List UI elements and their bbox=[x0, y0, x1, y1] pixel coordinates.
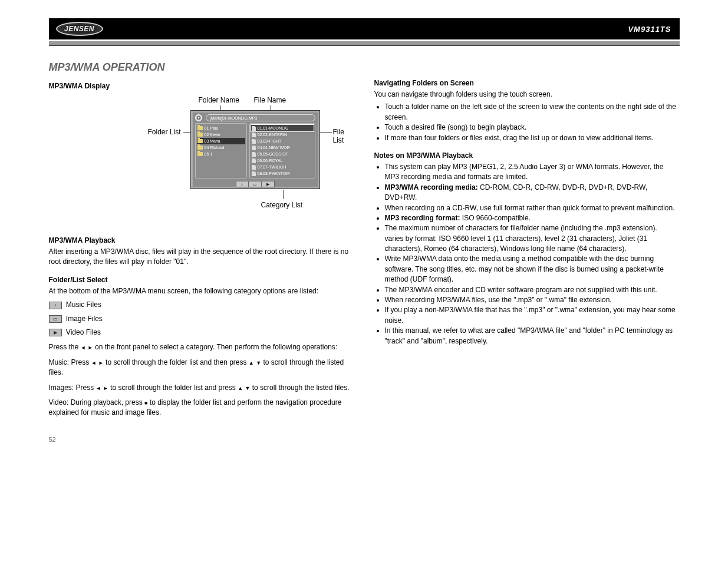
folder-row: 04 Richard bbox=[197, 144, 245, 151]
label-file-list: File List bbox=[333, 128, 355, 144]
subhead-playback: MP3/WMA Playback bbox=[49, 236, 351, 244]
file-label: 02.02-ENTERIN bbox=[258, 133, 288, 137]
file-row: 06.06-ROYAL bbox=[251, 157, 314, 164]
file-row: 05.05-GODS OF bbox=[251, 151, 314, 157]
text-fragment: on the front panel to select a category.… bbox=[95, 343, 337, 351]
file-row-selected: 01.01-MOONLIG bbox=[251, 125, 314, 131]
file-label: 05.05-GODS OF bbox=[258, 152, 288, 156]
text-fragment: Press the bbox=[49, 343, 81, 351]
category-music-row: ♪ Music Files bbox=[49, 300, 351, 310]
stop-icon: ■ bbox=[144, 399, 147, 407]
folder-pane: 01 Paul 02 Kevin 03 Maria 04 Richard 05 … bbox=[195, 123, 247, 178]
brand-logo: JENSEN bbox=[56, 22, 103, 36]
file-icon bbox=[252, 165, 256, 170]
file-label: 04.04-NEW WOR bbox=[258, 146, 290, 150]
file-label: 03.03-FIGHT bbox=[258, 139, 282, 143]
right-arrow-icon: ► bbox=[98, 359, 104, 367]
left-arrow-icon: ◄ bbox=[81, 344, 86, 352]
model-number: VM9311TS bbox=[628, 25, 671, 34]
label-category-list: Category List bbox=[261, 201, 303, 209]
music-note-icon: ♪ bbox=[49, 302, 62, 309]
subhead-nav-touch: Navigating Folders on Screen bbox=[374, 79, 677, 87]
subhead-notes: Notes on MP3/WMA Playback bbox=[374, 151, 677, 160]
file-label: 01.01-MOONLIG bbox=[258, 126, 289, 130]
folder-label: 04 Richard bbox=[205, 146, 225, 150]
left-arrow-icon: ◄ bbox=[91, 359, 97, 367]
screen-path: [Maria]01-MOONLIG.MP3 bbox=[206, 114, 315, 121]
music-note-icon: ♪ bbox=[236, 181, 249, 187]
list-item: When recording on a CD-RW, use full form… bbox=[385, 203, 677, 213]
file-icon bbox=[252, 139, 256, 144]
file-row: 02.02-ENTERIN bbox=[251, 131, 314, 138]
label-folder-name: Folder Name bbox=[199, 96, 239, 104]
list-item-value: ISO 9660-compatible. bbox=[462, 214, 531, 222]
paragraph-video-nav: Video: During playback, press ■ to displ… bbox=[49, 398, 351, 418]
paragraph-music-nav: Music: Press ◄ ► to scroll through the f… bbox=[49, 358, 351, 378]
file-icon bbox=[252, 152, 256, 157]
play-icon: ▶ bbox=[262, 181, 275, 187]
file-icon bbox=[252, 126, 256, 131]
file-icon bbox=[252, 171, 256, 176]
file-label: 07.07-TWILIGH bbox=[258, 165, 286, 169]
text-fragment: Video: During playback, press bbox=[49, 398, 145, 406]
category-music-label: Music Files bbox=[66, 300, 101, 309]
list-item: The MP3/WMA encoder and CD writer softwa… bbox=[385, 285, 677, 295]
file-icon bbox=[252, 158, 256, 163]
list-item: MP3/WMA recording media: CD-ROM, CD-R, C… bbox=[385, 183, 677, 203]
header-rule bbox=[49, 41, 680, 46]
file-label: 08.08-PHANTOM bbox=[258, 171, 290, 176]
right-arrow-icon: ► bbox=[88, 344, 93, 352]
folder-label: 02 Kevin bbox=[205, 133, 220, 137]
folder-label: 03 Maria bbox=[205, 139, 220, 143]
paragraph-lr: Press the ◄ ► on the front panel to sele… bbox=[49, 342, 351, 352]
category-images-label: Image Files bbox=[66, 315, 103, 323]
label-folder-list: Folder List bbox=[142, 128, 181, 136]
folder-row: 01 Paul bbox=[197, 125, 245, 131]
disc-icon bbox=[195, 114, 202, 121]
list-item: In this manual, we refer to what are cal… bbox=[385, 326, 677, 346]
paragraph-touch: You can navigate through folders using t… bbox=[374, 90, 677, 100]
list-item: MP3 recording format: ISO 9660-compatibl… bbox=[385, 213, 677, 223]
category-video-row: ▶ Video Files bbox=[49, 328, 351, 338]
paragraph-list-intro: At the bottom of the MP3/WMA menu screen… bbox=[49, 286, 351, 296]
list-item: When recording MP3/WMA files, use the ".… bbox=[385, 295, 677, 305]
folder-icon bbox=[197, 133, 203, 137]
file-row: 03.03-FIGHT bbox=[251, 138, 314, 144]
subhead-display: MP3/WMA Display bbox=[49, 82, 351, 90]
header-bar: JENSEN VM9311TS bbox=[49, 18, 680, 39]
text-fragment: Music: Press bbox=[49, 358, 91, 366]
paragraph-playback: After inserting a MP3/WMA disc, files wi… bbox=[49, 247, 351, 267]
leader-line bbox=[320, 133, 332, 133]
down-arrow-icon: ▼ bbox=[245, 385, 250, 392]
up-arrow-icon: ▲ bbox=[249, 359, 254, 367]
file-row: 07.07-TWILIGH bbox=[251, 164, 314, 170]
up-arrow-icon: ▲ bbox=[238, 385, 243, 392]
folder-label: 01 Paul bbox=[205, 126, 219, 130]
file-icon bbox=[252, 146, 256, 150]
play-icon: ▶ bbox=[49, 329, 62, 336]
category-buttons: ♪ ▭ ▶ bbox=[190, 181, 320, 187]
down-arrow-icon: ▼ bbox=[256, 359, 261, 367]
category-video-label: Video Files bbox=[66, 328, 101, 336]
device-screen: [Maria]01-MOONLIG.MP3 01 Paul 02 Kevin 0… bbox=[190, 110, 320, 189]
list-item: If more than four folders or files exist… bbox=[385, 133, 677, 143]
folder-label: 05 1 bbox=[205, 152, 213, 156]
image-icon: ▭ bbox=[249, 181, 262, 187]
brand-text: JENSEN bbox=[56, 22, 103, 36]
file-icon bbox=[252, 133, 256, 137]
folder-row: 05 1 bbox=[197, 151, 245, 157]
list-item: If you play a non-MP3/WMA file that has … bbox=[385, 305, 677, 326]
subhead-folder-select: Folder/List Select bbox=[49, 276, 351, 284]
left-arrow-icon: ◄ bbox=[96, 385, 101, 392]
leader-line bbox=[284, 190, 284, 199]
list-item: This system can play MP3 (MPEG1, 2, 2.5 … bbox=[385, 162, 677, 183]
text-fragment: to scroll through the listed files. bbox=[252, 384, 350, 392]
paragraph-images-nav: Images: Press ◄ ► to scroll through the … bbox=[49, 383, 351, 393]
text-fragment: to scroll through the folder list and th… bbox=[106, 358, 249, 366]
folder-icon bbox=[197, 146, 203, 150]
folder-icon bbox=[197, 126, 203, 130]
folder-icon bbox=[197, 139, 203, 143]
file-row: 04.04-NEW WOR bbox=[251, 144, 314, 151]
file-label: 06.06-ROYAL bbox=[258, 158, 283, 163]
list-item-label: MP3 recording format: bbox=[385, 214, 460, 222]
